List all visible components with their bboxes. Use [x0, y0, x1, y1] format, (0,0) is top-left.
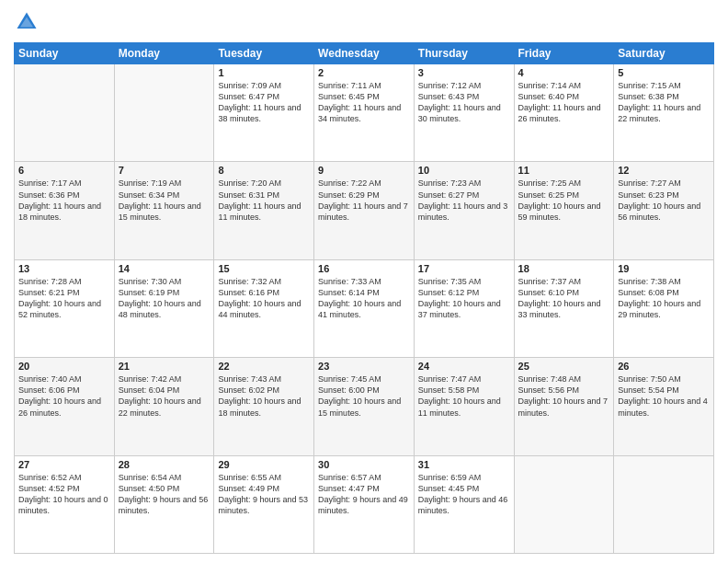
logo [14, 9, 43, 35]
day-info: Sunrise: 7:23 AM Sunset: 6:27 PM Dayligh… [418, 178, 510, 223]
day-number: 5 [618, 67, 710, 78]
weekday-header-friday: Friday [514, 43, 614, 64]
day-info: Sunrise: 7:45 AM Sunset: 6:00 PM Dayligh… [318, 373, 410, 419]
day-info: Sunrise: 6:52 AM Sunset: 4:52 PM Dayligh… [18, 472, 110, 517]
day-info: Sunrise: 7:47 AM Sunset: 5:58 PM Dayligh… [418, 373, 510, 419]
day-info: Sunrise: 7:38 AM Sunset: 6:08 PM Dayligh… [618, 276, 710, 321]
day-info: Sunrise: 7:19 AM Sunset: 6:34 PM Dayligh… [119, 178, 210, 223]
day-info: Sunrise: 7:14 AM Sunset: 6:40 PM Dayligh… [518, 80, 610, 125]
day-cell-29: 29Sunrise: 6:55 AM Sunset: 4:49 PM Dayli… [214, 455, 314, 553]
page: SundayMondayTuesdayWednesdayThursdayFrid… [0, 0, 728, 563]
day-number: 23 [318, 361, 410, 372]
day-cell-5: 5Sunrise: 7:15 AM Sunset: 6:38 PM Daylig… [614, 64, 714, 162]
day-cell-9: 9Sunrise: 7:22 AM Sunset: 6:29 PM Daylig… [314, 162, 415, 259]
day-cell-16: 16Sunrise: 7:33 AM Sunset: 6:14 PM Dayli… [314, 259, 415, 357]
day-number: 22 [218, 361, 310, 372]
day-cell-2: 2Sunrise: 7:11 AM Sunset: 6:45 PM Daylig… [314, 64, 415, 162]
weekday-header-thursday: Thursday [414, 43, 514, 64]
day-info: Sunrise: 7:42 AM Sunset: 6:04 PM Dayligh… [119, 373, 210, 419]
day-number: 13 [18, 263, 110, 274]
day-number: 21 [119, 361, 210, 372]
day-info: Sunrise: 7:11 AM Sunset: 6:45 PM Dayligh… [318, 80, 410, 125]
day-info: Sunrise: 6:59 AM Sunset: 4:45 PM Dayligh… [418, 472, 510, 517]
day-cell-30: 30Sunrise: 6:57 AM Sunset: 4:47 PM Dayli… [314, 455, 415, 553]
day-number: 7 [119, 165, 210, 176]
day-cell-28: 28Sunrise: 6:54 AM Sunset: 4:50 PM Dayli… [114, 455, 214, 553]
day-info: Sunrise: 7:12 AM Sunset: 6:43 PM Dayligh… [418, 80, 510, 125]
weekday-header-monday: Monday [114, 43, 214, 64]
day-cell-4: 4Sunrise: 7:14 AM Sunset: 6:40 PM Daylig… [514, 64, 614, 162]
day-cell-26: 26Sunrise: 7:50 AM Sunset: 5:54 PM Dayli… [614, 358, 714, 455]
day-cell-12: 12Sunrise: 7:27 AM Sunset: 6:23 PM Dayli… [614, 162, 714, 259]
week-row-2: 6Sunrise: 7:17 AM Sunset: 6:36 PM Daylig… [15, 162, 714, 259]
day-cell-31: 31Sunrise: 6:59 AM Sunset: 4:45 PM Dayli… [414, 455, 514, 553]
day-info: Sunrise: 7:17 AM Sunset: 6:36 PM Dayligh… [18, 178, 110, 223]
day-info: Sunrise: 6:57 AM Sunset: 4:47 PM Dayligh… [318, 472, 410, 517]
day-info: Sunrise: 7:27 AM Sunset: 6:23 PM Dayligh… [618, 178, 710, 223]
week-row-4: 20Sunrise: 7:40 AM Sunset: 6:06 PM Dayli… [15, 358, 714, 455]
day-info: Sunrise: 6:55 AM Sunset: 4:49 PM Dayligh… [218, 472, 310, 517]
day-number: 3 [418, 67, 510, 78]
day-number: 8 [218, 165, 310, 176]
day-cell-24: 24Sunrise: 7:47 AM Sunset: 5:58 PM Dayli… [414, 358, 514, 455]
day-number: 26 [618, 361, 710, 372]
day-cell-10: 10Sunrise: 7:23 AM Sunset: 6:27 PM Dayli… [414, 162, 514, 259]
day-cell-8: 8Sunrise: 7:20 AM Sunset: 6:31 PM Daylig… [214, 162, 314, 259]
week-row-3: 13Sunrise: 7:28 AM Sunset: 6:21 PM Dayli… [15, 259, 714, 357]
weekday-header-sunday: Sunday [15, 43, 115, 64]
empty-cell [114, 64, 214, 162]
week-row-1: 1Sunrise: 7:09 AM Sunset: 6:47 PM Daylig… [15, 64, 714, 162]
day-number: 2 [318, 67, 410, 78]
day-info: Sunrise: 6:54 AM Sunset: 4:50 PM Dayligh… [119, 472, 210, 517]
calendar-table: SundayMondayTuesdayWednesdayThursdayFrid… [14, 42, 714, 554]
day-number: 31 [418, 459, 510, 470]
day-info: Sunrise: 7:40 AM Sunset: 6:06 PM Dayligh… [18, 373, 110, 419]
day-number: 12 [618, 165, 710, 176]
day-info: Sunrise: 7:37 AM Sunset: 6:10 PM Dayligh… [518, 276, 610, 321]
week-row-5: 27Sunrise: 6:52 AM Sunset: 4:52 PM Dayli… [15, 455, 714, 553]
day-number: 20 [18, 361, 110, 372]
weekday-header-tuesday: Tuesday [214, 43, 314, 64]
day-number: 28 [119, 459, 210, 470]
day-number: 9 [318, 165, 410, 176]
day-number: 10 [418, 165, 510, 176]
day-number: 27 [18, 459, 110, 470]
day-cell-14: 14Sunrise: 7:30 AM Sunset: 6:19 PM Dayli… [114, 259, 214, 357]
empty-cell [15, 64, 115, 162]
day-cell-13: 13Sunrise: 7:28 AM Sunset: 6:21 PM Dayli… [15, 259, 115, 357]
empty-cell [514, 455, 614, 553]
day-cell-21: 21Sunrise: 7:42 AM Sunset: 6:04 PM Dayli… [114, 358, 214, 455]
day-cell-17: 17Sunrise: 7:35 AM Sunset: 6:12 PM Dayli… [414, 259, 514, 357]
day-cell-20: 20Sunrise: 7:40 AM Sunset: 6:06 PM Dayli… [15, 358, 115, 455]
day-number: 14 [119, 263, 210, 274]
day-info: Sunrise: 7:43 AM Sunset: 6:02 PM Dayligh… [218, 373, 310, 419]
day-number: 16 [318, 263, 410, 274]
day-number: 19 [618, 263, 710, 274]
day-cell-19: 19Sunrise: 7:38 AM Sunset: 6:08 PM Dayli… [614, 259, 714, 357]
day-cell-6: 6Sunrise: 7:17 AM Sunset: 6:36 PM Daylig… [15, 162, 115, 259]
day-number: 25 [518, 361, 610, 372]
day-info: Sunrise: 7:22 AM Sunset: 6:29 PM Dayligh… [318, 178, 410, 223]
day-info: Sunrise: 7:09 AM Sunset: 6:47 PM Dayligh… [218, 80, 310, 125]
day-cell-1: 1Sunrise: 7:09 AM Sunset: 6:47 PM Daylig… [214, 64, 314, 162]
day-info: Sunrise: 7:35 AM Sunset: 6:12 PM Dayligh… [418, 276, 510, 321]
day-cell-22: 22Sunrise: 7:43 AM Sunset: 6:02 PM Dayli… [214, 358, 314, 455]
day-number: 30 [318, 459, 410, 470]
day-info: Sunrise: 7:15 AM Sunset: 6:38 PM Dayligh… [618, 80, 710, 125]
day-info: Sunrise: 7:48 AM Sunset: 5:56 PM Dayligh… [518, 373, 610, 419]
day-cell-18: 18Sunrise: 7:37 AM Sunset: 6:10 PM Dayli… [514, 259, 614, 357]
day-info: Sunrise: 7:32 AM Sunset: 6:16 PM Dayligh… [218, 276, 310, 321]
day-cell-25: 25Sunrise: 7:48 AM Sunset: 5:56 PM Dayli… [514, 358, 614, 455]
day-number: 11 [518, 165, 610, 176]
day-cell-27: 27Sunrise: 6:52 AM Sunset: 4:52 PM Dayli… [15, 455, 115, 553]
weekday-header-saturday: Saturday [614, 43, 714, 64]
day-cell-7: 7Sunrise: 7:19 AM Sunset: 6:34 PM Daylig… [114, 162, 214, 259]
day-info: Sunrise: 7:50 AM Sunset: 5:54 PM Dayligh… [618, 373, 710, 419]
logo-icon [14, 9, 40, 35]
empty-cell [614, 455, 714, 553]
day-number: 4 [518, 67, 610, 78]
weekday-header-wednesday: Wednesday [314, 43, 415, 64]
day-info: Sunrise: 7:20 AM Sunset: 6:31 PM Dayligh… [218, 178, 310, 223]
day-info: Sunrise: 7:30 AM Sunset: 6:19 PM Dayligh… [119, 276, 210, 321]
day-cell-15: 15Sunrise: 7:32 AM Sunset: 6:16 PM Dayli… [214, 259, 314, 357]
